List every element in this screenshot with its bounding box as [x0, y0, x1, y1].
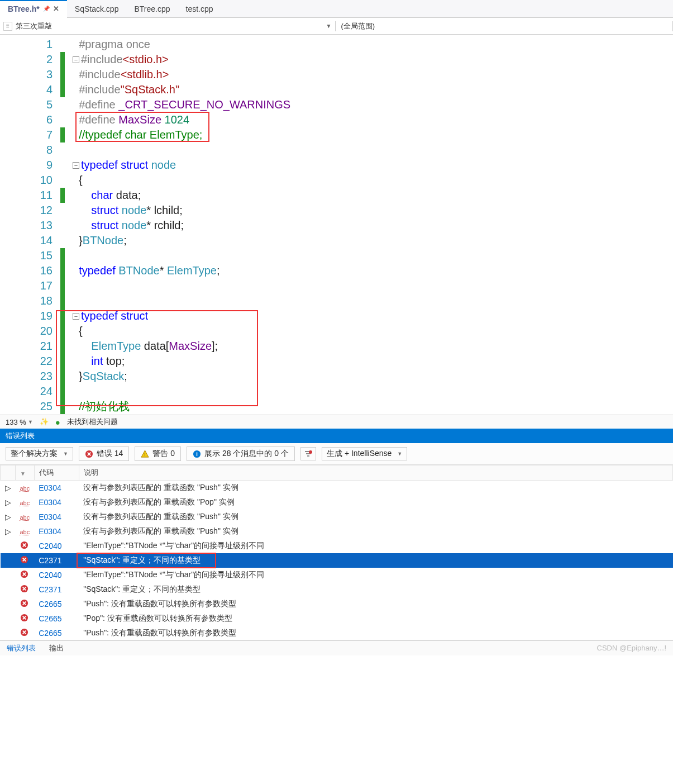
close-icon[interactable]: ✕: [53, 4, 59, 13]
error-row[interactable]: ▷abcE0304没有与参数列表匹配的 重载函数 "Push" 实例: [1, 510, 673, 524]
intellicode-icon[interactable]: ✨: [40, 417, 49, 426]
error-row[interactable]: C2665"Push": 没有重载函数可以转换所有参数类型: [1, 626, 673, 640]
svg-text:!: !: [145, 452, 146, 457]
change-marks: [60, 35, 73, 415]
line-gutter: 1234567891011121314151617181920212223242…: [0, 35, 60, 415]
code-editor[interactable]: 1234567891011121314151617181920212223242…: [0, 35, 673, 415]
error-row[interactable]: ▷abcE0304没有与参数列表匹配的 重载函数 "Push" 实例: [1, 524, 673, 539]
nav-bar: ≡ 第三次重敲 ▼ (全局范围): [0, 18, 673, 35]
global-scope-dropdown[interactable]: (全局范围): [336, 21, 674, 31]
error-row[interactable]: C2665"Push": 没有重载函数可以转换所有参数类型: [1, 597, 673, 611]
chevron-down-icon: ▼: [397, 451, 402, 457]
tab-bar: BTree.h* 📌 ✕ SqStack.cpp BTree.cpp test.…: [0, 0, 673, 18]
scope-selector[interactable]: 整个解决方案 ▼: [6, 447, 73, 460]
chevron-down-icon: ▼: [326, 23, 332, 29]
build-dropdown[interactable]: 生成 + IntelliSense ▼: [322, 447, 407, 460]
errors-button[interactable]: 错误 14: [79, 446, 129, 461]
scope-dropdown[interactable]: ≡ 第三次重敲 ▼: [0, 21, 336, 31]
zoom-dropdown[interactable]: 133 % ▼: [6, 418, 33, 426]
error-row[interactable]: C2371"SqStack": 重定义；不同的基类型: [1, 553, 673, 568]
filter-button[interactable]: [300, 447, 316, 460]
global-label: (全局范围): [341, 21, 375, 31]
error-row[interactable]: C2040"ElemType":"BTNode *"与"char"的间接寻址级别…: [1, 539, 673, 553]
warnings-button[interactable]: ! 警告 0: [135, 446, 181, 461]
method-icon: ≡: [3, 22, 12, 31]
col-desc[interactable]: 说明: [79, 465, 672, 481]
svg-rect-6: [307, 455, 309, 457]
status-bar: 133 % ▼ ✨ ● 未找到相关问题: [0, 415, 673, 429]
svg-text:i: i: [196, 452, 198, 457]
code-content[interactable]: #pragma once−#include<stdio.h> #include<…: [73, 35, 290, 415]
error-row[interactable]: ▷abcE0304没有与参数列表匹配的 重载函数 "Push" 实例: [1, 481, 673, 496]
error-table-wrapper: ▼ 代码 说明 ▷abcE0304没有与参数列表匹配的 重载函数 "Push" …: [0, 465, 673, 640]
error-row[interactable]: C2040"ElemType":"BTNode *"与"char"的间接寻址级别…: [1, 568, 673, 582]
error-row[interactable]: ▷abcE0304没有与参数列表匹配的 重载函数 "Pop" 实例: [1, 495, 673, 510]
status-text: 未找到相关问题: [67, 417, 118, 427]
panel-title: 错误列表: [0, 429, 673, 443]
error-row[interactable]: C2665"Pop": 没有重载函数可以转换所有参数类型: [1, 611, 673, 626]
file-tab-active[interactable]: BTree.h* 📌 ✕: [0, 0, 67, 18]
file-tab[interactable]: test.cpp: [178, 0, 221, 18]
col-code[interactable]: 代码: [34, 465, 79, 481]
check-icon: ●: [55, 417, 60, 427]
filter-icon[interactable]: ▼: [20, 471, 26, 477]
file-tab[interactable]: BTree.cpp: [126, 0, 178, 18]
tab-error-list[interactable]: 错误列表: [0, 641, 42, 655]
bottom-tabs: 错误列表 输出: [0, 640, 673, 655]
file-tab[interactable]: SqStack.cpp: [67, 0, 127, 18]
pin-icon[interactable]: 📌: [43, 6, 50, 12]
scope-label: 第三次重敲: [16, 21, 52, 31]
tab-label: BTree.h*: [8, 4, 40, 13]
svg-point-7: [309, 450, 312, 454]
chevron-down-icon: ▼: [28, 419, 33, 425]
error-table: ▼ 代码 说明 ▷abcE0304没有与参数列表匹配的 重载函数 "Push" …: [0, 465, 673, 640]
messages-button[interactable]: i 展示 28 个消息中的 0 个: [187, 446, 295, 461]
watermark: CSDN @Epiphany…!: [597, 644, 666, 652]
tab-output[interactable]: 输出: [42, 641, 70, 655]
chevron-down-icon: ▼: [63, 451, 68, 457]
error-toolbar: 整个解决方案 ▼ 错误 14 ! 警告 0 i 展示 28 个消息中的 0 个 …: [0, 443, 673, 465]
error-row[interactable]: C2371"SqStack": 重定义；不同的基类型: [1, 582, 673, 597]
